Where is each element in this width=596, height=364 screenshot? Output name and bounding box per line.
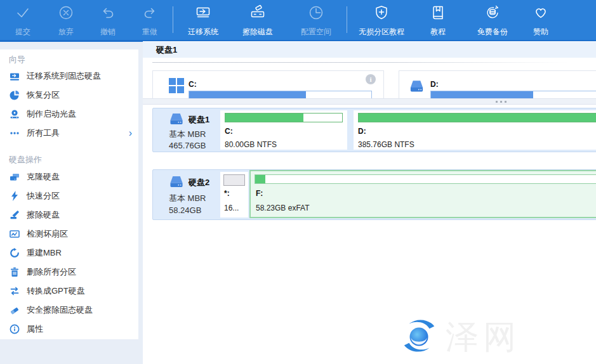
- sidebar-item-label: 所有工具: [27, 127, 60, 139]
- toolbar-label: 免费备份: [477, 27, 508, 36]
- sidebar-item-properties[interactable]: 属性: [0, 322, 138, 337]
- sidebar-section-title: 向导: [9, 53, 25, 66]
- sidebar-item-label: 恢复分区: [27, 89, 60, 101]
- partition-manager-window: 提交 放弃 撤销 重做 迁移系统 擦除磁盘 配置空间: [0, 0, 596, 364]
- lightning-icon: [9, 191, 20, 202]
- usage-fill: [359, 114, 596, 122]
- brush-icon: [9, 210, 20, 221]
- sidebar-item-secure-erase-ssd[interactable]: 安全擦除固态硬盘: [0, 302, 138, 318]
- free-backup-button[interactable]: 免费备份: [463, 4, 522, 36]
- toolbar-label: 配置空间: [301, 27, 331, 36]
- discard-circle-x-icon: [58, 4, 74, 21]
- ellipsis-icon: [9, 128, 20, 139]
- partition-f-selected[interactable]: F: 58.23GB exFAT: [249, 170, 596, 218]
- sidebar-item-recover-partition[interactable]: 恢复分区: [0, 88, 138, 103]
- main-panel: 硬盘1 C: i D:: [143, 41, 596, 364]
- horizontal-splitter[interactable]: [143, 98, 596, 105]
- partition-detail: 16...: [224, 204, 239, 212]
- undo-button[interactable]: 撤销: [89, 4, 127, 36]
- partition-detail: 385.76GB NTFS: [358, 140, 414, 149]
- partition-detail: 58.23GB exFAT: [256, 204, 310, 212]
- overview-volume-c[interactable]: C: i: [152, 70, 384, 99]
- check-icon: [15, 4, 31, 21]
- sponsor-button[interactable]: 赞助: [523, 4, 559, 36]
- sidebar-item-label: 转换成GPT硬盘: [27, 285, 85, 297]
- sidebar-item-label: 属性: [27, 323, 43, 335]
- wipe-disk-button[interactable]: 擦除磁盘: [231, 4, 284, 36]
- toolbar-label: 重做: [142, 27, 157, 36]
- sidebar-item-label: 安全擦除固态硬盘: [27, 304, 93, 316]
- redo-icon: [142, 4, 158, 21]
- sidebar-item-rebuild-mbr[interactable]: 重建MBR: [0, 245, 138, 261]
- disk-type: 基本 MBR: [169, 129, 206, 140]
- discard-button[interactable]: 放弃: [47, 4, 85, 36]
- wipe-disk-icon: [249, 4, 266, 21]
- disk-size: 58.24GB: [169, 205, 201, 215]
- partition-name: C:: [225, 127, 233, 136]
- disk-size: 465.76GB: [169, 141, 206, 150]
- migrate-ssd-icon: [9, 71, 20, 82]
- sidebar-item-make-bootable-media[interactable]: 制作启动光盘: [0, 107, 138, 122]
- partition-d[interactable]: D: 385.76GB NTFS: [354, 110, 596, 150]
- separator-line: [152, 62, 590, 63]
- sidebar-item-label: 删除所有分区: [27, 266, 76, 278]
- rebuild-refresh-icon: [9, 248, 20, 259]
- convert-arrows-icon: [9, 286, 20, 297]
- tutorial-button[interactable]: 教程: [420, 4, 456, 36]
- chevron-right-icon: ›: [129, 128, 132, 138]
- sidebar-item-wipe-hard-drive[interactable]: 擦除硬盘: [0, 207, 138, 223]
- hard-disk-icon: [168, 112, 185, 128]
- volume-label: D:: [430, 80, 439, 89]
- splitter-grip-icon: [496, 101, 507, 103]
- backup-database-icon: [484, 4, 501, 21]
- toolbar-divider: [173, 6, 173, 33]
- submit-button[interactable]: 提交: [5, 4, 41, 36]
- sidebar-item-quick-partition[interactable]: 快速分区: [0, 188, 138, 204]
- disk-row-2: 硬盘2 基本 MBR 58.24GB *: 16... F: 58.23GB e…: [152, 169, 596, 220]
- partition-c[interactable]: C: 80.00GB NTFS: [220, 110, 347, 150]
- sidebar-item-check-bad-sectors[interactable]: 检测坏扇区: [0, 226, 138, 242]
- watermark-swirl-logo: [400, 316, 439, 358]
- sidebar-item-all-tools[interactable]: 所有工具 ›: [0, 126, 138, 141]
- partition-unlettered[interactable]: *: 16...: [220, 172, 248, 218]
- watermark: 泽网: [400, 316, 520, 358]
- sidebar-item-label: 克隆硬盘: [27, 171, 60, 183]
- lossless-partition-tutorial-button[interactable]: 无损分区教程: [350, 4, 413, 36]
- toolbar-label: 放弃: [58, 27, 74, 36]
- partition-usage-bar: [225, 113, 343, 122]
- partition-usage-bar: [223, 174, 245, 186]
- eraser-icon: [9, 305, 20, 316]
- disk-row-1: 硬盘1 基本 MBR 465.76GB C: 80.00GB NTFS D: 3…: [152, 108, 596, 152]
- hard-disk-icon: [168, 175, 185, 191]
- sidebar-item-label: 快速分区: [27, 190, 60, 202]
- redo-button[interactable]: 重做: [131, 4, 169, 36]
- partition-usage-bar: [255, 174, 596, 184]
- bootable-disc-icon: [9, 109, 20, 120]
- sidebar-item-migrate-to-ssd[interactable]: 迁移系统到固态硬盘: [0, 68, 138, 84]
- pie-chart-icon: [9, 90, 20, 101]
- partition-name: F:: [256, 189, 263, 198]
- overview-volume-d[interactable]: D:: [399, 70, 596, 99]
- sidebar-section-title: 硬盘操作: [9, 153, 42, 166]
- info-icon[interactable]: i: [366, 74, 376, 84]
- partition-usage-bar: [358, 113, 596, 122]
- toolbar-label: 提交: [15, 27, 30, 36]
- migrate-os-button[interactable]: 迁移系统: [176, 4, 230, 36]
- sidebar-item-delete-all-partitions[interactable]: 删除所有分区: [0, 264, 138, 280]
- toolbar-divider: [347, 6, 347, 33]
- sidebar-item-convert-to-gpt[interactable]: 转换成GPT硬盘: [0, 283, 138, 299]
- toolbar-label: 无损分区教程: [359, 27, 404, 36]
- sidebar-item-clone-disk[interactable]: 克隆硬盘: [0, 169, 138, 185]
- heart-icon: [533, 4, 549, 21]
- shield-plus-icon: [373, 4, 390, 21]
- usage-fill: [225, 114, 303, 122]
- sidebar-item-label: 重建MBR: [27, 247, 62, 259]
- volume-label: C:: [189, 80, 197, 89]
- toolbar-label: 赞助: [533, 27, 548, 36]
- tab-disk1[interactable]: 硬盘1: [156, 42, 177, 58]
- undo-icon: [100, 4, 116, 21]
- toolbar-label: 擦除磁盘: [242, 27, 273, 36]
- windows-logo-icon: [169, 78, 184, 96]
- allocate-space-button[interactable]: 配置空间: [288, 4, 344, 36]
- clone-disk-icon: [9, 172, 20, 183]
